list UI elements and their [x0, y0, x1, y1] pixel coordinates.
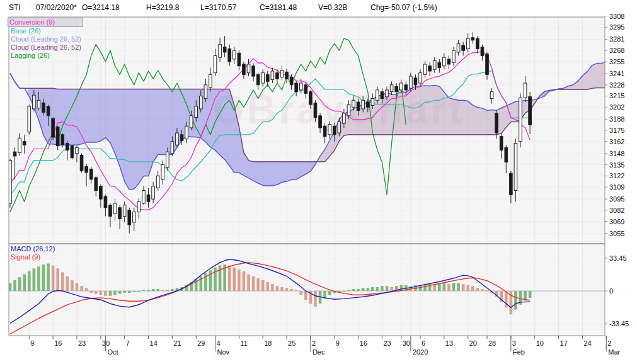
- svg-text:2: 2: [312, 339, 316, 347]
- price-axis: 3308329532813268325532413228321532023188…: [605, 13, 624, 237]
- svg-text:14: 14: [150, 339, 158, 347]
- svg-text:3162: 3162: [609, 138, 624, 145]
- svg-text:6: 6: [422, 339, 425, 347]
- svg-text:4: 4: [217, 339, 221, 347]
- svg-text:3055: 3055: [609, 230, 624, 237]
- svg-text:21: 21: [173, 339, 181, 347]
- ichimoku-legend-item-4[interactable]: Lagging (26): [9, 52, 83, 60]
- svg-text:3308: 3308: [609, 13, 624, 20]
- macd-panel[interactable]: [9, 244, 605, 336]
- svg-text:3188: 3188: [609, 115, 624, 123]
- macd-axis: 33.450-33.45: [605, 254, 629, 327]
- ichimoku-legend-item-3[interactable]: Cloud (Leading 26, 52): [9, 43, 83, 52]
- svg-text:0: 0: [609, 287, 613, 295]
- svg-text:13: 13: [445, 339, 453, 347]
- svg-text:24: 24: [583, 339, 591, 347]
- svg-text:3228: 3228: [609, 81, 624, 89]
- svg-text:3122: 3122: [609, 172, 624, 179]
- svg-text:Oct: Oct: [107, 348, 118, 356]
- svg-text:9: 9: [336, 339, 340, 347]
- svg-text:3268: 3268: [609, 47, 624, 54]
- svg-text:18: 18: [264, 339, 272, 347]
- chart-window: STI 07/02/2020* O=3214.18 H=3219.8 L=317…: [0, 0, 637, 364]
- svg-text:3281: 3281: [609, 35, 624, 43]
- svg-text:20: 20: [469, 339, 477, 347]
- svg-text:10: 10: [536, 339, 544, 347]
- svg-text:3215: 3215: [609, 92, 624, 100]
- svg-text:17: 17: [560, 339, 568, 347]
- ichimoku-legend-item-2[interactable]: Cloud (Leading 26, 52): [9, 35, 83, 43]
- svg-text:3095: 3095: [609, 195, 624, 203]
- macd-legend: MACD (26,12)Signal (9): [9, 245, 56, 261]
- svg-text:30: 30: [102, 339, 110, 347]
- macd-legend-item-1[interactable]: Signal (9): [9, 253, 56, 261]
- svg-text:30: 30: [403, 339, 410, 347]
- svg-text:3241: 3241: [609, 70, 624, 77]
- svg-text:11: 11: [240, 339, 247, 347]
- svg-text:16: 16: [360, 339, 367, 347]
- svg-text:3109: 3109: [609, 183, 624, 191]
- svg-text:9: 9: [30, 339, 34, 347]
- svg-text:23: 23: [78, 339, 86, 347]
- svg-text:2020: 2020: [413, 348, 428, 356]
- ichimoku-legend-item-0[interactable]: Conversion (9): [8, 18, 83, 27]
- svg-text:29: 29: [197, 339, 205, 347]
- ichimoku-legend-item-1[interactable]: Base (26): [9, 27, 83, 35]
- svg-text:Feb: Feb: [513, 348, 525, 356]
- svg-text:3202: 3202: [609, 103, 624, 111]
- time-axis: 9162330714212941118252916233061320283101…: [29, 336, 620, 356]
- svg-text:3069: 3069: [609, 218, 624, 225]
- svg-text:7: 7: [126, 339, 130, 347]
- svg-text:3295: 3295: [609, 23, 624, 31]
- svg-text:Dec: Dec: [313, 348, 325, 356]
- svg-text:-33.45: -33.45: [609, 320, 629, 327]
- svg-text:Mar: Mar: [608, 348, 620, 356]
- svg-text:28: 28: [488, 339, 496, 347]
- svg-text:3: 3: [512, 339, 516, 347]
- svg-text:3082: 3082: [609, 207, 624, 214]
- svg-text:3175: 3175: [609, 127, 624, 134]
- svg-text:23: 23: [383, 339, 391, 347]
- svg-text:Nov: Nov: [217, 348, 230, 356]
- macd-legend-item-0[interactable]: MACD (26,12): [9, 245, 56, 253]
- chart-canvas: OBrayChart330832953281326832553241322832…: [0, 0, 637, 364]
- svg-text:25: 25: [288, 339, 296, 347]
- svg-text:3148: 3148: [609, 150, 624, 157]
- svg-text:3255: 3255: [609, 58, 624, 65]
- svg-text:16: 16: [54, 339, 62, 347]
- svg-text:2: 2: [607, 339, 611, 347]
- svg-text:3135: 3135: [609, 161, 624, 169]
- svg-text:33.45: 33.45: [609, 254, 627, 262]
- ichimoku-legend: Conversion (9)Base (26)Cloud (Leading 26…: [9, 18, 83, 60]
